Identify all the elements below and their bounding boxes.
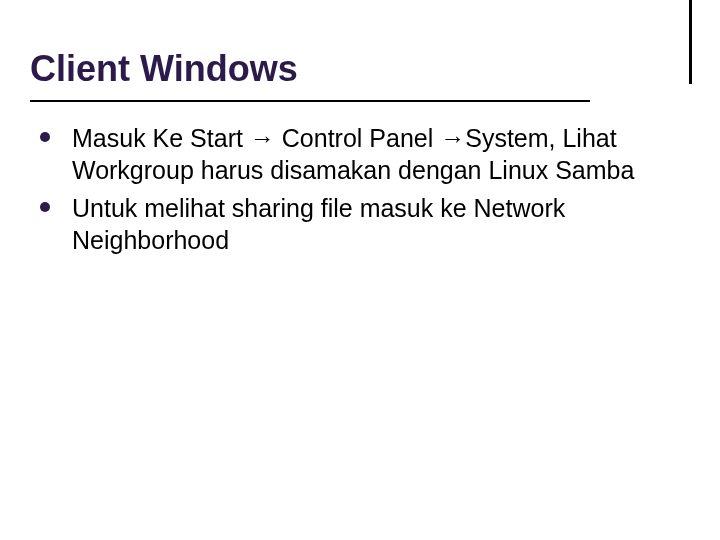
- bullet-icon: [40, 132, 50, 142]
- list-item-text: Untuk melihat sharing file masuk ke Netw…: [72, 194, 565, 254]
- slide: Client Windows Masuk Ke Start → Control …: [0, 0, 720, 540]
- bullet-list: Masuk Ke Start → Control Panel →System, …: [38, 122, 658, 256]
- bullet-icon: [40, 202, 50, 212]
- list-item: Untuk melihat sharing file masuk ke Netw…: [38, 192, 658, 256]
- title-underline: [30, 100, 590, 102]
- list-item: Masuk Ke Start → Control Panel →System, …: [38, 122, 658, 186]
- corner-accent: [689, 0, 692, 84]
- list-item-text: Masuk Ke Start → Control Panel →System, …: [72, 124, 634, 184]
- slide-body: Masuk Ke Start → Control Panel →System, …: [38, 122, 658, 262]
- slide-title: Client Windows: [30, 48, 298, 90]
